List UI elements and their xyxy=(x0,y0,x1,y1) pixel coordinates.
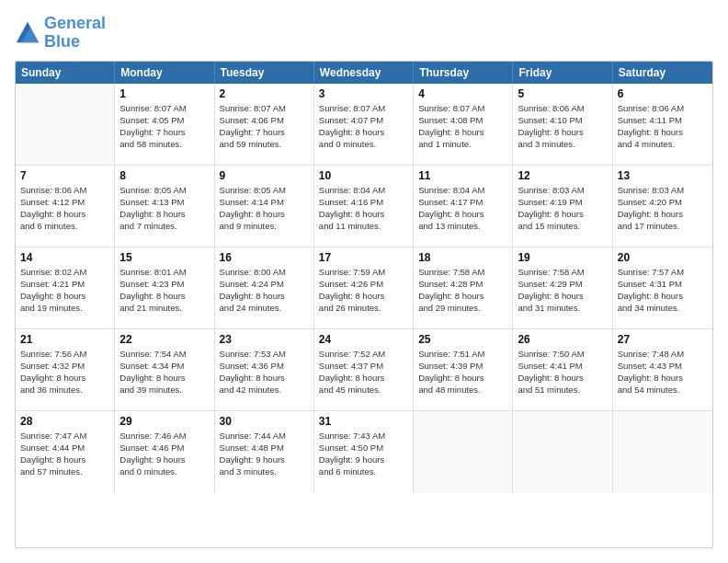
calendar-cell: 18 Sunrise: 7:58 AM Sunset: 4:28 PM Dayl… xyxy=(414,247,513,328)
cell-daylight-line1: Daylight: 8 hours xyxy=(418,126,507,138)
cell-sunset: Sunset: 4:08 PM xyxy=(418,114,507,126)
cell-daylight-line2: and 26 minutes. xyxy=(319,302,408,314)
calendar-cell xyxy=(513,411,612,493)
cell-sunrise: Sunrise: 7:59 AM xyxy=(319,266,408,278)
cell-daylight-line2: and 0 minutes. xyxy=(119,465,209,477)
cell-sunrise: Sunrise: 7:43 AM xyxy=(319,430,408,442)
cell-daylight-line1: Daylight: 9 hours xyxy=(220,454,309,465)
cell-sunrise: Sunrise: 8:03 AM xyxy=(518,184,607,196)
cell-daylight-line2: and 13 minutes. xyxy=(418,220,507,232)
cell-daylight-line1: Daylight: 8 hours xyxy=(20,372,109,384)
calendar-cell: 3 Sunrise: 8:07 AM Sunset: 4:07 PM Dayli… xyxy=(314,84,414,165)
cell-sunset: Sunset: 4:48 PM xyxy=(220,442,309,454)
cell-day-number: 14 xyxy=(20,251,109,264)
cell-day-number: 1 xyxy=(119,87,209,100)
cell-sunset: Sunset: 4:12 PM xyxy=(20,196,109,208)
cell-day-number: 15 xyxy=(119,251,209,264)
cell-daylight-line2: and 54 minutes. xyxy=(618,384,708,396)
cell-daylight-line2: and 7 minutes. xyxy=(119,220,209,232)
cell-sunset: Sunset: 4:32 PM xyxy=(20,360,109,372)
cell-sunset: Sunset: 4:28 PM xyxy=(418,278,507,290)
cell-sunset: Sunset: 4:26 PM xyxy=(319,278,408,290)
cell-sunrise: Sunrise: 7:44 AM xyxy=(220,430,309,442)
cell-daylight-line1: Daylight: 8 hours xyxy=(20,290,109,302)
calendar: SundayMondayTuesdayWednesdayThursdayFrid… xyxy=(15,61,713,548)
calendar-cell: 9 Sunrise: 8:05 AM Sunset: 4:14 PM Dayli… xyxy=(215,166,314,247)
cell-daylight-line1: Daylight: 8 hours xyxy=(220,290,309,302)
cell-sunset: Sunset: 4:20 PM xyxy=(618,196,708,208)
day-header-tuesday: Tuesday xyxy=(215,62,314,84)
cell-day-number: 6 xyxy=(618,87,708,100)
calendar-cell: 28 Sunrise: 7:47 AM Sunset: 4:44 PM Dayl… xyxy=(16,411,115,493)
cell-sunrise: Sunrise: 7:54 AM xyxy=(119,348,209,360)
cell-day-number: 11 xyxy=(418,169,507,182)
calendar-header: SundayMondayTuesdayWednesdayThursdayFrid… xyxy=(16,62,712,84)
calendar-cell: 20 Sunrise: 7:57 AM Sunset: 4:31 PM Dayl… xyxy=(613,247,712,328)
cell-daylight-line2: and 42 minutes. xyxy=(220,384,309,396)
logo: General Blue xyxy=(15,15,106,52)
cell-sunset: Sunset: 4:24 PM xyxy=(220,278,309,290)
cell-sunrise: Sunrise: 8:00 AM xyxy=(220,266,309,278)
cell-daylight-line1: Daylight: 8 hours xyxy=(20,454,109,465)
calendar-cell: 6 Sunrise: 8:06 AM Sunset: 4:11 PM Dayli… xyxy=(613,84,712,165)
cell-daylight-line1: Daylight: 8 hours xyxy=(618,372,708,384)
cell-day-number: 3 xyxy=(319,87,408,100)
calendar-cell: 4 Sunrise: 8:07 AM Sunset: 4:08 PM Dayli… xyxy=(414,84,513,165)
cell-daylight-line2: and 4 minutes. xyxy=(618,138,708,150)
cell-day-number: 27 xyxy=(618,333,708,346)
cell-daylight-line1: Daylight: 8 hours xyxy=(418,372,507,384)
cell-daylight-line1: Daylight: 8 hours xyxy=(319,208,408,220)
cell-daylight-line2: and 24 minutes. xyxy=(220,302,309,314)
calendar-cell: 13 Sunrise: 8:03 AM Sunset: 4:20 PM Dayl… xyxy=(613,166,712,247)
cell-sunrise: Sunrise: 7:50 AM xyxy=(518,348,607,360)
cell-sunset: Sunset: 4:31 PM xyxy=(618,278,708,290)
cell-daylight-line1: Daylight: 8 hours xyxy=(618,290,708,302)
calendar-week-row: 28 Sunrise: 7:47 AM Sunset: 4:44 PM Dayl… xyxy=(16,411,712,493)
cell-day-number: 29 xyxy=(119,415,209,428)
day-header-monday: Monday xyxy=(115,62,214,84)
cell-day-number: 4 xyxy=(418,87,507,100)
cell-sunset: Sunset: 4:05 PM xyxy=(119,114,209,126)
cell-sunrise: Sunrise: 7:53 AM xyxy=(220,348,309,360)
cell-sunset: Sunset: 4:46 PM xyxy=(119,442,209,454)
cell-sunrise: Sunrise: 8:03 AM xyxy=(618,184,708,196)
cell-daylight-line2: and 9 minutes. xyxy=(220,220,309,232)
cell-sunrise: Sunrise: 7:57 AM xyxy=(618,266,708,278)
cell-daylight-line1: Daylight: 8 hours xyxy=(518,126,607,138)
cell-daylight-line1: Daylight: 8 hours xyxy=(319,126,408,138)
calendar-cell xyxy=(16,84,115,165)
cell-sunrise: Sunrise: 8:07 AM xyxy=(119,102,209,114)
cell-day-number: 26 xyxy=(518,333,607,346)
cell-sunset: Sunset: 4:11 PM xyxy=(618,114,708,126)
cell-daylight-line1: Daylight: 8 hours xyxy=(220,372,309,384)
calendar-cell: 25 Sunrise: 7:51 AM Sunset: 4:39 PM Dayl… xyxy=(414,329,513,410)
cell-daylight-line2: and 19 minutes. xyxy=(20,302,109,314)
cell-daylight-line2: and 6 minutes. xyxy=(20,220,109,232)
cell-sunset: Sunset: 4:41 PM xyxy=(518,360,607,372)
cell-sunrise: Sunrise: 8:07 AM xyxy=(319,102,408,114)
cell-sunset: Sunset: 4:10 PM xyxy=(518,114,607,126)
cell-daylight-line2: and 34 minutes. xyxy=(618,302,708,314)
calendar-cell: 27 Sunrise: 7:48 AM Sunset: 4:43 PM Dayl… xyxy=(613,329,712,410)
cell-sunset: Sunset: 4:44 PM xyxy=(20,442,109,454)
cell-sunset: Sunset: 4:34 PM xyxy=(119,360,209,372)
cell-daylight-line1: Daylight: 9 hours xyxy=(119,454,209,465)
cell-sunrise: Sunrise: 8:07 AM xyxy=(220,102,309,114)
cell-day-number: 5 xyxy=(518,87,607,100)
cell-daylight-line2: and 21 minutes. xyxy=(119,302,209,314)
cell-daylight-line2: and 17 minutes. xyxy=(618,220,708,232)
cell-daylight-line2: and 59 minutes. xyxy=(220,138,309,150)
logo-icon xyxy=(15,20,40,46)
cell-sunset: Sunset: 4:39 PM xyxy=(418,360,507,372)
cell-day-number: 24 xyxy=(319,333,408,346)
cell-daylight-line1: Daylight: 7 hours xyxy=(119,126,209,138)
cell-daylight-line2: and 3 minutes. xyxy=(518,138,607,150)
day-header-sunday: Sunday xyxy=(16,62,115,84)
cell-daylight-line2: and 3 minutes. xyxy=(220,465,309,477)
calendar-cell: 31 Sunrise: 7:43 AM Sunset: 4:50 PM Dayl… xyxy=(314,411,414,493)
calendar-cell: 26 Sunrise: 7:50 AM Sunset: 4:41 PM Dayl… xyxy=(513,329,612,410)
cell-sunrise: Sunrise: 7:56 AM xyxy=(20,348,109,360)
calendar-cell: 22 Sunrise: 7:54 AM Sunset: 4:34 PM Dayl… xyxy=(115,329,214,410)
cell-day-number: 12 xyxy=(518,169,607,182)
cell-sunrise: Sunrise: 7:58 AM xyxy=(518,266,607,278)
